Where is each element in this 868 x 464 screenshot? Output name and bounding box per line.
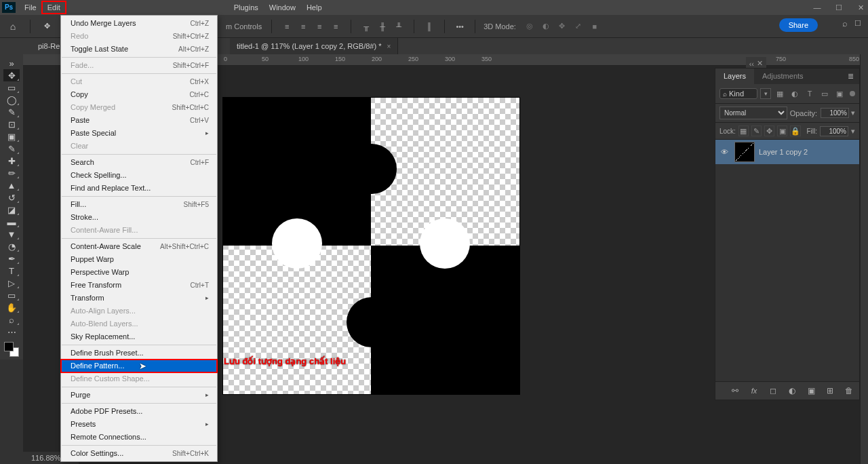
close-button[interactable]: ✕ xyxy=(856,3,865,12)
filter-toggle[interactable] xyxy=(850,91,855,96)
menuitem-undo-merge-layers[interactable]: Undo Merge LayersCtrl+Z xyxy=(61,17,217,30)
type-tool[interactable]: T xyxy=(3,265,20,277)
filter-type-icon[interactable]: T xyxy=(804,88,816,100)
history-brush-tool[interactable]: ↺ xyxy=(3,191,20,204)
opacity-input[interactable] xyxy=(821,108,849,118)
3d-orbit-icon[interactable]: ◎ xyxy=(523,20,536,33)
panels-collapse-icon[interactable]: ‹‹ xyxy=(749,60,754,68)
crop-tool[interactable]: ⊡ xyxy=(3,118,20,130)
align-center-h-icon[interactable]: ≡ xyxy=(296,20,310,33)
layer-row[interactable]: 👁 Layer 1 copy 2 xyxy=(715,140,859,164)
menuitem-paste-special[interactable]: Paste Special xyxy=(61,127,217,140)
delete-layer-icon[interactable]: 🗑 xyxy=(843,385,855,397)
menuitem-content-aware-scale[interactable]: Content-Aware ScaleAlt+Shift+Ctrl+C xyxy=(61,240,217,253)
opacity-chevron-icon[interactable]: ▾ xyxy=(851,109,855,117)
menu-edit[interactable]: Edit xyxy=(42,1,66,14)
menuitem-check-spelling[interactable]: Check Spelling... xyxy=(61,169,217,182)
maximize-button[interactable]: ☐ xyxy=(834,3,844,12)
menuitem-stroke[interactable]: Stroke... xyxy=(61,211,217,224)
layer-list[interactable]: 👁 Layer 1 copy 2 xyxy=(715,140,859,381)
menuitem-search[interactable]: SearchCtrl+F xyxy=(61,156,217,169)
filter-smart-icon[interactable]: ▣ xyxy=(833,88,846,100)
tab-adjustments[interactable]: Adjustments xyxy=(754,69,812,84)
lock-image-icon[interactable]: ✎ xyxy=(751,125,762,136)
quick-select-tool[interactable]: ✎ xyxy=(3,106,20,118)
dist-vcenter-icon[interactable]: ╫ xyxy=(376,20,389,33)
dist-vertical-icon[interactable]: ║ xyxy=(422,20,436,33)
menuitem-toggle-last-state[interactable]: Toggle Last StateAlt+Ctrl+Z xyxy=(61,43,217,56)
filter-drop-icon[interactable]: ▾ xyxy=(760,88,771,99)
new-layer-icon[interactable]: ⊞ xyxy=(824,385,836,397)
filter-adjust-icon[interactable]: ◐ xyxy=(789,88,801,100)
fill-chevron-icon[interactable]: ▾ xyxy=(851,127,855,136)
menuitem-sky-replacement[interactable]: Sky Replacement... xyxy=(61,330,217,343)
close-tab-icon[interactable]: × xyxy=(387,43,391,50)
link-layers-icon[interactable]: ⚯ xyxy=(729,385,741,397)
menuitem-color-settings[interactable]: Color Settings...Shift+Ctrl+K xyxy=(61,447,217,460)
3d-pan-icon[interactable]: ✥ xyxy=(555,20,569,33)
menuitem-transform[interactable]: Transform xyxy=(61,292,217,305)
color-swatches[interactable] xyxy=(4,342,19,357)
lock-position-icon[interactable]: ✥ xyxy=(764,125,774,136)
menuitem-perspective-warp[interactable]: Perspective Warp xyxy=(61,266,217,279)
path-select-tool[interactable]: ▷ xyxy=(3,277,20,289)
frame-tool[interactable]: ▣ xyxy=(3,130,20,142)
collapse-icon[interactable]: » xyxy=(3,57,20,69)
lock-artboard-icon[interactable]: ▣ xyxy=(777,125,787,136)
menuitem-remote-connections[interactable]: Remote Connections... xyxy=(61,431,217,444)
eraser-tool[interactable]: ◪ xyxy=(3,204,20,216)
tab-layers[interactable]: Layers xyxy=(715,69,754,84)
adjustment-layer-icon[interactable]: ◐ xyxy=(786,385,798,397)
menu-file[interactable]: File xyxy=(19,1,42,14)
align-justify-icon[interactable]: ≡ xyxy=(329,20,342,33)
zoom-tool[interactable]: ⌕ xyxy=(3,313,20,326)
menu-help[interactable]: Help xyxy=(301,1,328,14)
menuitem-presets[interactable]: Presets xyxy=(61,418,217,431)
menuitem-puppet-warp[interactable]: Puppet Warp xyxy=(61,253,217,266)
panels-close-icon[interactable]: ✕ xyxy=(757,59,763,68)
layer-name[interactable]: Layer 1 copy 2 xyxy=(759,148,808,156)
document-canvas[interactable] xyxy=(223,98,519,394)
group-icon[interactable]: ▣ xyxy=(805,385,817,397)
filter-pixel-icon[interactable]: ▦ xyxy=(774,88,786,100)
foreground-swatch[interactable] xyxy=(4,342,14,351)
menuitem-define-brush-preset[interactable]: Define Brush Preset... xyxy=(61,347,217,360)
3d-slide-icon[interactable]: ⤢ xyxy=(572,20,585,33)
more-icon[interactable]: ••• xyxy=(453,20,467,33)
minimize-button[interactable]: — xyxy=(812,3,822,12)
lock-all-icon[interactable]: 🔒 xyxy=(790,125,801,136)
move-tool-icon[interactable]: ✥ xyxy=(39,19,55,34)
filter-kind-select[interactable]: ⌕ Kind xyxy=(719,88,757,99)
menuitem-free-transform[interactable]: Free TransformCtrl+T xyxy=(61,279,217,292)
share-button[interactable]: Share xyxy=(779,18,818,32)
align-right-icon[interactable]: ≡ xyxy=(313,20,326,33)
lock-transparent-icon[interactable]: ▦ xyxy=(738,125,749,136)
move-tool[interactable]: ✥ xyxy=(3,69,20,81)
fill-input[interactable] xyxy=(820,126,848,136)
menuitem-find-and-replace-text[interactable]: Find and Replace Text... xyxy=(61,182,217,195)
stamp-tool[interactable]: ▲ xyxy=(3,179,20,191)
align-left-icon[interactable]: ≡ xyxy=(280,20,294,33)
dodge-tool[interactable]: ◔ xyxy=(3,240,20,252)
dist-top-icon[interactable]: ╥ xyxy=(359,20,373,33)
menuitem-purge[interactable]: Purge xyxy=(61,389,217,402)
edit-toolbar-icon[interactable]: ⋯ xyxy=(3,326,20,338)
marquee-tool[interactable]: ▭ xyxy=(3,81,20,94)
eyedropper-tool[interactable]: ✎ xyxy=(3,142,20,155)
menuitem-copy[interactable]: CopyCtrl+C xyxy=(61,88,217,101)
menuitem-paste[interactable]: PasteCtrl+V xyxy=(61,114,217,127)
pen-tool[interactable]: ✒ xyxy=(3,252,20,265)
menuitem-adobe-pdf-presets[interactable]: Adobe PDF Presets... xyxy=(61,405,217,418)
rectangle-tool[interactable]: ▭ xyxy=(3,289,20,301)
hand-tool[interactable]: ✋ xyxy=(3,301,20,313)
blend-mode-select[interactable]: Normal xyxy=(719,107,787,119)
menuitem-fill[interactable]: Fill...Shift+F5 xyxy=(61,198,217,211)
gradient-tool[interactable]: ▬ xyxy=(3,216,20,228)
3d-roll-icon[interactable]: ◐ xyxy=(539,20,553,33)
home-icon[interactable]: ⌂ xyxy=(4,19,22,34)
layer-thumbnail[interactable] xyxy=(734,142,755,162)
mask-icon[interactable]: ◻ xyxy=(767,385,779,397)
menu-plugins[interactable]: Plugins xyxy=(229,1,264,14)
fx-icon[interactable]: fx xyxy=(748,385,760,397)
panel-menu-icon[interactable]: ≣ xyxy=(842,69,859,84)
